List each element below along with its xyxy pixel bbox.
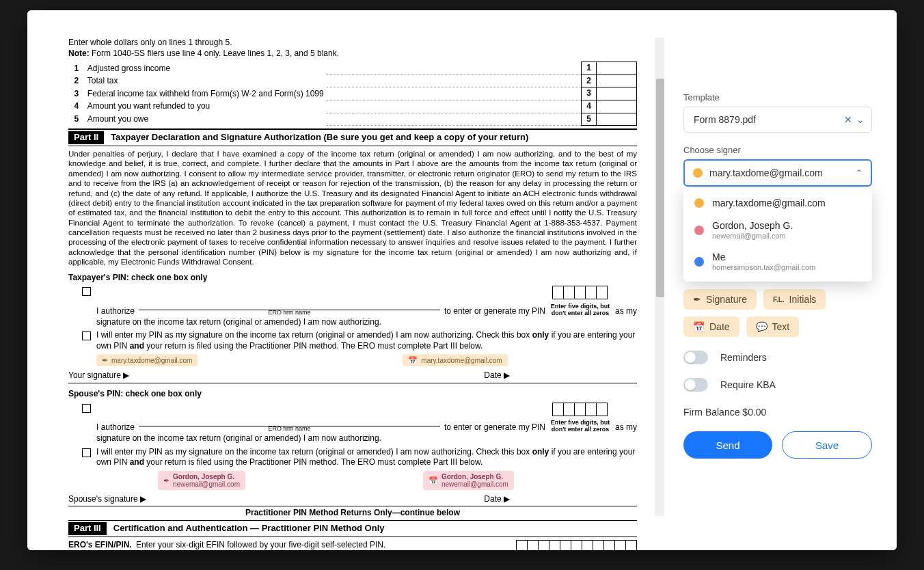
taxpayer-self-pin-row: I will enter my PIN as my signature on t… [82,330,637,366]
app-window: Enter whole dollars only on lines 1 thro… [27,10,897,550]
save-button[interactable]: Save [782,431,872,459]
signature-icon: ✒ [163,476,169,485]
signer-select[interactable]: mary.taxdome@gmail.com ⌃ [683,159,872,187]
clear-icon[interactable]: ✕ [844,114,852,125]
practitioner-bar: Practitioner PIN Method Returns Only—con… [68,506,637,521]
signature-pill[interactable]: ✒ Signature [683,289,757,310]
firm-balance: Firm Balance $0.00 [683,407,872,418]
ero-efin-row: ERO's EFIN/PIN. Enter your six-digit EFI… [68,540,637,550]
kba-row: Require KBA [683,378,872,392]
signer-color-dot [693,168,703,178]
reminders-row: Reminders [683,351,872,364]
signature-field-tag[interactable]: ✒ Gordon, Joseph G. newemail@gmail.com [158,471,245,490]
signer-option[interactable]: Me homersimpson.tax@gmail.com [683,246,872,277]
part2-chip: Part II [68,131,104,144]
taxpayer-pin-heading: Taxpayer's PIN: check one box only [68,273,637,284]
color-dot [694,226,704,235]
date-field-tag[interactable]: 📅 mary.taxdome@gmail.com [403,354,507,366]
part2-header: Part II Taxpayer Declaration and Signatu… [68,128,637,146]
reminders-label: Reminders [720,352,767,363]
note-line: Note: Form 1040-SS filers use line 4 onl… [68,49,637,59]
reminders-toggle[interactable] [683,351,708,364]
color-dot [694,198,704,208]
scrollbar-track[interactable] [655,38,664,516]
template-select[interactable]: Form 8879.pdf ✕ ⌄ [683,107,872,133]
spouse-signature-row: Spouse's signature ▶ Date ▶ [68,494,637,507]
checkbox[interactable] [82,287,91,296]
spouse-pin-heading: Spouse's PIN: check one box only [68,389,637,400]
signer-dropdown: mary.taxdome@gmail.com Gordon, Joseph G.… [683,188,872,282]
spouse-self-pin-row: I will enter my PIN as my signature on t… [82,447,637,490]
income-lines: 1Adjusted gross income1 2Total tax2 3Fed… [68,62,637,126]
color-dot [694,257,704,267]
calendar-icon: 📅 [429,476,438,485]
pin-boxes[interactable] [553,403,608,416]
document-pane: Enter whole dollars only on lines 1 thro… [27,10,664,550]
signer-option[interactable]: Gordon, Joseph G. newemail@gmail.com [683,215,872,246]
calendar-icon: 📅 [408,356,418,364]
kba-toggle[interactable] [683,378,708,392]
text-pill[interactable]: 💬 Text [746,316,800,337]
action-buttons: Send Save [683,431,872,459]
signer-selected: mary.taxdome@gmail.com [709,167,823,178]
initials-pill[interactable]: F.L. Initials [763,289,826,310]
template-value: Form 8879.pdf [694,114,756,125]
spouse-authorize-row: I authorize ERO firm name to enter or ge… [82,403,637,444]
header-line: Enter whole dollars only on lines 1 thro… [68,38,637,49]
pin-boxes[interactable] [553,286,608,299]
declaration-text: Under penalties of perjury, I declare th… [68,149,637,267]
part3-chip: Part III [68,522,107,535]
signature-icon: ✒ [102,356,108,364]
signer-option[interactable]: mary.taxdome@gmail.com [683,192,872,215]
initials-icon: F.L. [773,296,785,303]
field-type-pills: ✒ Signature F.L. Initials 📅 Date 💬 Text [683,289,872,337]
taxpayer-authorize-row: I authorize ERO firm name to enter or ge… [82,286,637,327]
template-label: Template [683,92,872,103]
chevron-down-icon[interactable]: ⌄ [856,114,865,125]
calendar-icon: 📅 [693,321,705,332]
checkbox[interactable] [82,404,91,413]
checkbox[interactable] [82,331,91,340]
scrollbar-thumb[interactable] [656,79,664,297]
pdf-content: Enter whole dollars only on lines 1 thro… [68,38,637,550]
signer-label: Choose signer [683,145,872,155]
chevron-up-icon: ⌃ [856,168,862,178]
efin-pin-boxes[interactable] [517,540,637,550]
send-button[interactable]: Send [683,431,772,459]
part3-header: Part III Certification and Authenticatio… [68,521,637,537]
signature-field-tag[interactable]: ✒ mary.taxdome@gmail.com [96,354,198,366]
kba-label: Require KBA [720,379,776,390]
date-pill[interactable]: 📅 Date [683,316,739,337]
text-icon: 💬 [756,321,767,332]
your-signature-row: Your signature ▶ Date ▶ [68,370,637,383]
checkbox[interactable] [82,448,91,457]
signature-settings-panel: Template Form 8879.pdf ✕ ⌄ Choose signer… [664,10,897,550]
date-field-tag[interactable]: 📅 Gordon, Joseph G. newemail@gmail.com [423,471,514,490]
signature-icon: ✒ [693,294,701,305]
